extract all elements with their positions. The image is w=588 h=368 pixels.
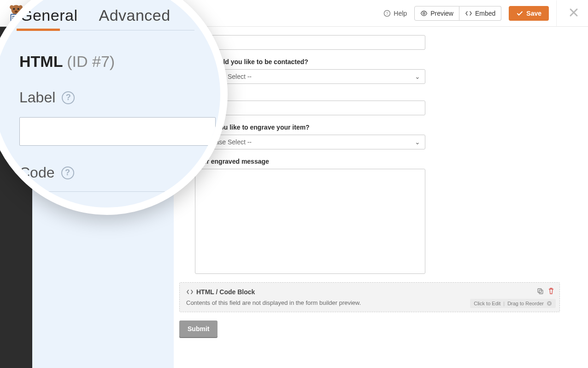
form-preview-canvas: How would you like to be contacted? -- P…: [174, 27, 577, 357]
field-settings-panel: [32, 27, 174, 368]
form-column: How would you like to be contacted? -- P…: [195, 35, 425, 274]
msg-label: Your engraved message: [195, 158, 425, 165]
contact-label: How would you like to be contacted?: [195, 58, 425, 65]
gear-icon: [10, 35, 22, 47]
chevron-down-icon: ⌄: [415, 138, 420, 146]
help-label: Help: [394, 10, 407, 17]
html-block-actions: [536, 287, 555, 297]
svg-rect-14: [539, 290, 543, 294]
submit-button[interactable]: Submit: [179, 321, 218, 337]
select-placeholder-2: -- Please Select --: [200, 138, 252, 146]
svg-point-12: [423, 12, 425, 14]
svg-rect-8: [12, 18, 20, 18]
preview-button[interactable]: Preview: [414, 6, 459, 21]
text-field-2[interactable]: [195, 101, 425, 115]
html-block-title-row: HTML / Code Block: [186, 288, 553, 296]
code-icon: [186, 288, 194, 296]
nav-item-1[interactable]: [0, 27, 32, 54]
svg-rect-7: [12, 16, 20, 17]
engrave-select[interactable]: -- Please Select -- ⌄: [195, 135, 425, 149]
app-logo: [0, 0, 32, 27]
save-label: Save: [526, 10, 541, 17]
help-icon: ?: [383, 10, 391, 17]
copy-icon: [536, 287, 544, 295]
svg-point-5: [18, 5, 23, 9]
help-link[interactable]: ? Help: [383, 10, 407, 17]
preview-embed-group: Preview Embed: [414, 6, 501, 21]
html-code-block-field[interactable]: HTML / Code Block Contents of this field…: [179, 282, 560, 312]
block-hint: Click to Edit | Drag to Reorder: [470, 299, 556, 308]
engraved-message-textarea[interactable]: [195, 169, 425, 274]
code-icon: [465, 10, 472, 17]
svg-point-3: [15, 11, 18, 12]
svg-rect-9: [12, 19, 18, 20]
svg-point-4: [10, 5, 14, 9]
dismiss-hint-icon[interactable]: [547, 301, 552, 306]
contact-select[interactable]: -- Please Select -- ⌄: [195, 69, 425, 84]
embed-label: Embed: [475, 10, 495, 17]
hint-edit: Click to Edit: [474, 301, 500, 306]
hint-reorder: Drag to Reorder: [507, 301, 544, 306]
preview-label: Preview: [430, 10, 453, 17]
left-nav: [0, 27, 32, 368]
duplicate-button[interactable]: [536, 287, 544, 297]
text-field-1[interactable]: [195, 35, 425, 50]
embed-button[interactable]: Embed: [459, 6, 501, 21]
svg-rect-13: [538, 289, 541, 292]
nav-item-fields[interactable]: [0, 54, 32, 82]
save-button[interactable]: Save: [509, 6, 549, 21]
delete-button[interactable]: [547, 287, 555, 297]
eye-icon: [420, 10, 428, 17]
divider: [556, 0, 557, 26]
close-button[interactable]: [569, 6, 579, 21]
select-placeholder: -- Please Select --: [200, 73, 252, 80]
html-block-title: HTML / Code Block: [196, 288, 255, 296]
check-icon: [516, 10, 523, 17]
trash-icon: [547, 287, 555, 295]
topbar: ? Help Preview Embed Save: [0, 0, 588, 27]
submit-label: Submit: [188, 325, 209, 332]
chevron-down-icon: ⌄: [415, 73, 420, 80]
topbar-right: ? Help Preview Embed Save: [383, 0, 588, 26]
fields-icon: [11, 62, 23, 74]
close-icon: [569, 7, 579, 18]
wpforms-logo-icon: [6, 3, 27, 24]
svg-text:?: ?: [386, 11, 388, 16]
engrave-label: Would you like to engrave your item?: [195, 124, 425, 131]
